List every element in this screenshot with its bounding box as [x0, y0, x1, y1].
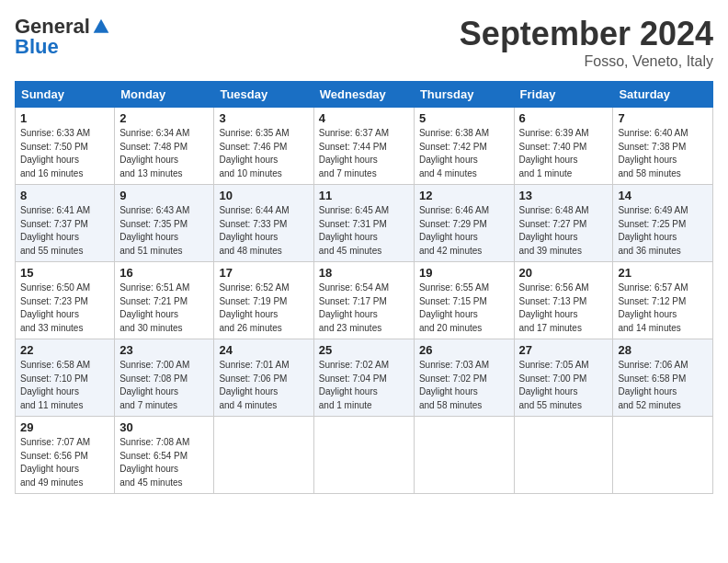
day-number: 22 — [20, 343, 109, 357]
day-info: Sunrise: 6:43 AMSunset: 7:35 PMDaylight … — [119, 205, 189, 256]
day-number: 6 — [519, 111, 609, 125]
day-info: Sunrise: 6:49 AMSunset: 7:25 PMDaylight … — [618, 205, 688, 256]
day-info: Sunrise: 6:50 AMSunset: 7:23 PMDaylight … — [20, 282, 90, 333]
day-info: Sunrise: 6:34 AMSunset: 7:48 PMDaylight … — [119, 128, 189, 178]
calendar: Sunday Monday Tuesday Wednesday Thursday… — [15, 81, 713, 494]
empty-cell — [414, 417, 514, 494]
day-info: Sunrise: 6:56 AMSunset: 7:13 PMDaylight … — [519, 282, 589, 333]
day-number: 20 — [519, 266, 609, 280]
day-number: 13 — [519, 189, 609, 202]
day-number: 19 — [419, 266, 509, 280]
day-info: Sunrise: 6:48 AMSunset: 7:27 PMDaylight … — [519, 205, 589, 256]
day-info: Sunrise: 7:07 AMSunset: 6:56 PMDaylight … — [20, 437, 90, 488]
day-number: 30 — [119, 420, 209, 434]
empty-cell — [313, 417, 414, 494]
day-number: 24 — [219, 343, 308, 357]
calendar-day-19: 19 Sunrise: 6:55 AMSunset: 7:15 PMDaylig… — [414, 262, 514, 339]
day-number: 26 — [419, 343, 509, 357]
page-header: General Blue September 2024 Fosso, Venet… — [15, 15, 713, 70]
calendar-header-row: Sunday Monday Tuesday Wednesday Thursday… — [16, 82, 713, 108]
day-info: Sunrise: 6:52 AMSunset: 7:19 PMDaylight … — [219, 282, 289, 333]
calendar-day-10: 10 Sunrise: 6:44 AMSunset: 7:33 PMDaylig… — [214, 185, 313, 262]
empty-cell — [214, 417, 313, 494]
calendar-day-28: 28 Sunrise: 7:06 AMSunset: 6:58 PMDaylig… — [613, 339, 713, 417]
col-wednesday: Wednesday — [313, 82, 414, 108]
day-number: 23 — [119, 343, 209, 357]
calendar-week-row: 8 Sunrise: 6:41 AMSunset: 7:37 PMDayligh… — [16, 185, 713, 262]
month-title: September 2024 — [460, 15, 713, 53]
day-number: 11 — [319, 189, 409, 202]
day-info: Sunrise: 6:33 AMSunset: 7:50 PMDaylight … — [20, 128, 90, 178]
day-number: 25 — [319, 343, 409, 357]
day-info: Sunrise: 7:05 AMSunset: 7:00 PMDaylight … — [519, 360, 589, 410]
calendar-day-25: 25 Sunrise: 7:02 AMSunset: 7:04 PMDaylig… — [313, 339, 414, 417]
empty-cell — [613, 417, 713, 494]
day-info: Sunrise: 6:44 AMSunset: 7:33 PMDaylight … — [219, 205, 289, 256]
day-info: Sunrise: 6:55 AMSunset: 7:15 PMDaylight … — [419, 282, 489, 333]
calendar-day-5: 5 Sunrise: 6:38 AMSunset: 7:42 PMDayligh… — [414, 108, 514, 185]
logo: General Blue — [15, 15, 110, 59]
calendar-day-17: 17 Sunrise: 6:52 AMSunset: 7:19 PMDaylig… — [214, 262, 313, 339]
calendar-day-15: 15 Sunrise: 6:50 AMSunset: 7:23 PMDaylig… — [16, 262, 115, 339]
day-info: Sunrise: 7:02 AMSunset: 7:04 PMDaylight … — [319, 360, 389, 410]
logo-blue: Blue — [15, 35, 59, 59]
calendar-day-12: 12 Sunrise: 6:46 AMSunset: 7:29 PMDaylig… — [414, 185, 514, 262]
calendar-day-29: 29 Sunrise: 7:07 AMSunset: 6:56 PMDaylig… — [16, 417, 115, 494]
title-block: September 2024 Fosso, Veneto, Italy — [460, 15, 713, 70]
day-number: 27 — [519, 343, 609, 357]
col-sunday: Sunday — [16, 82, 115, 108]
day-info: Sunrise: 7:06 AMSunset: 6:58 PMDaylight … — [618, 360, 688, 410]
day-info: Sunrise: 6:58 AMSunset: 7:10 PMDaylight … — [20, 360, 90, 410]
calendar-day-23: 23 Sunrise: 7:00 AMSunset: 7:08 PMDaylig… — [115, 339, 214, 417]
day-number: 18 — [319, 266, 409, 280]
calendar-week-row: 29 Sunrise: 7:07 AMSunset: 6:56 PMDaylig… — [16, 417, 713, 494]
calendar-day-7: 7 Sunrise: 6:40 AMSunset: 7:38 PMDayligh… — [613, 108, 713, 185]
calendar-week-row: 15 Sunrise: 6:50 AMSunset: 7:23 PMDaylig… — [16, 262, 713, 339]
day-number: 8 — [20, 189, 109, 202]
empty-cell — [514, 417, 613, 494]
calendar-day-4: 4 Sunrise: 6:37 AMSunset: 7:44 PMDayligh… — [313, 108, 414, 185]
calendar-day-26: 26 Sunrise: 7:03 AMSunset: 7:02 PMDaylig… — [414, 339, 514, 417]
day-info: Sunrise: 7:01 AMSunset: 7:06 PMDaylight … — [219, 360, 289, 410]
calendar-day-9: 9 Sunrise: 6:43 AMSunset: 7:35 PMDayligh… — [115, 185, 214, 262]
day-number: 15 — [20, 266, 109, 280]
day-info: Sunrise: 6:45 AMSunset: 7:31 PMDaylight … — [319, 205, 389, 256]
day-info: Sunrise: 7:08 AMSunset: 6:54 PMDaylight … — [119, 437, 189, 488]
day-info: Sunrise: 6:37 AMSunset: 7:44 PMDaylight … — [319, 128, 389, 178]
calendar-day-18: 18 Sunrise: 6:54 AMSunset: 7:17 PMDaylig… — [313, 262, 414, 339]
col-monday: Monday — [115, 82, 214, 108]
day-number: 3 — [219, 111, 308, 125]
calendar-day-11: 11 Sunrise: 6:45 AMSunset: 7:31 PMDaylig… — [313, 185, 414, 262]
logo-icon — [92, 17, 110, 36]
calendar-day-16: 16 Sunrise: 6:51 AMSunset: 7:21 PMDaylig… — [115, 262, 214, 339]
day-info: Sunrise: 6:51 AMSunset: 7:21 PMDaylight … — [119, 282, 189, 333]
day-info: Sunrise: 6:54 AMSunset: 7:17 PMDaylight … — [319, 282, 389, 333]
day-number: 1 — [20, 111, 109, 125]
day-number: 17 — [219, 266, 308, 280]
day-number: 16 — [119, 266, 209, 280]
calendar-day-22: 22 Sunrise: 6:58 AMSunset: 7:10 PMDaylig… — [16, 339, 115, 417]
day-info: Sunrise: 6:38 AMSunset: 7:42 PMDaylight … — [419, 128, 489, 178]
calendar-day-6: 6 Sunrise: 6:39 AMSunset: 7:40 PMDayligh… — [514, 108, 613, 185]
day-info: Sunrise: 7:00 AMSunset: 7:08 PMDaylight … — [119, 360, 189, 410]
day-info: Sunrise: 6:41 AMSunset: 7:37 PMDaylight … — [20, 205, 90, 256]
day-number: 4 — [319, 111, 409, 125]
day-number: 12 — [419, 189, 509, 202]
day-number: 10 — [219, 189, 308, 202]
location: Fosso, Veneto, Italy — [460, 53, 713, 70]
day-info: Sunrise: 6:40 AMSunset: 7:38 PMDaylight … — [618, 128, 688, 178]
day-number: 7 — [618, 111, 708, 125]
calendar-day-8: 8 Sunrise: 6:41 AMSunset: 7:37 PMDayligh… — [16, 185, 115, 262]
calendar-week-row: 22 Sunrise: 6:58 AMSunset: 7:10 PMDaylig… — [16, 339, 713, 417]
svg-marker-0 — [94, 19, 109, 33]
calendar-day-3: 3 Sunrise: 6:35 AMSunset: 7:46 PMDayligh… — [214, 108, 313, 185]
day-number: 21 — [618, 266, 708, 280]
day-number: 9 — [119, 189, 209, 202]
calendar-day-13: 13 Sunrise: 6:48 AMSunset: 7:27 PMDaylig… — [514, 185, 613, 262]
calendar-day-14: 14 Sunrise: 6:49 AMSunset: 7:25 PMDaylig… — [613, 185, 713, 262]
day-info: Sunrise: 7:03 AMSunset: 7:02 PMDaylight … — [419, 360, 489, 410]
col-tuesday: Tuesday — [214, 82, 313, 108]
calendar-week-row: 1 Sunrise: 6:33 AMSunset: 7:50 PMDayligh… — [16, 108, 713, 185]
day-info: Sunrise: 6:57 AMSunset: 7:12 PMDaylight … — [618, 282, 688, 333]
calendar-day-24: 24 Sunrise: 7:01 AMSunset: 7:06 PMDaylig… — [214, 339, 313, 417]
